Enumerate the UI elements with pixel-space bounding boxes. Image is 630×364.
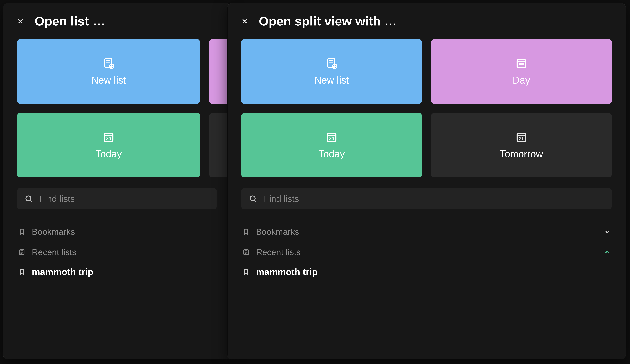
close-button[interactable] — [240, 16, 250, 26]
chevron-up-icon — [604, 249, 611, 256]
tile-label: Day — [513, 74, 530, 86]
new-list-icon — [325, 57, 338, 70]
recent-list-item[interactable]: mammoth trip — [17, 262, 217, 282]
section-label: Recent lists — [256, 247, 300, 257]
tile-label: New list — [91, 74, 126, 86]
svg-point-40 — [250, 196, 255, 201]
search-input[interactable] — [39, 193, 209, 204]
tiles-grid: New list Day 30 Today — [241, 39, 612, 178]
tiles-grid: New list Day 30 Today — [17, 39, 217, 178]
recent-lists-section[interactable]: Recent lists — [241, 242, 612, 262]
list-item-label: mammoth trip — [256, 267, 318, 277]
tile-tomorrow[interactable]: 31 Tomorrow — [431, 113, 612, 178]
svg-point-33 — [522, 63, 524, 64]
search-icon — [249, 194, 257, 203]
tile-label: Today — [96, 148, 122, 160]
recent-list-item[interactable]: mammoth trip — [241, 262, 612, 282]
panel-title: Open list … — [34, 14, 105, 28]
tile-label: Today — [318, 148, 345, 160]
svg-text:30: 30 — [329, 136, 334, 141]
list-item-label: mammoth trip — [32, 267, 93, 277]
bookmarks-section[interactable]: Bookmarks — [17, 221, 217, 242]
calendar-tomorrow-icon: 31 — [515, 131, 528, 144]
search-icon — [24, 194, 33, 203]
bookmark-icon — [18, 228, 26, 236]
section-label: Bookmarks — [32, 227, 75, 237]
close-button[interactable] — [16, 16, 26, 26]
new-list-icon — [102, 57, 115, 70]
svg-point-17 — [26, 196, 31, 201]
close-icon — [17, 18, 24, 24]
bookmarks-section[interactable]: Bookmarks — [241, 221, 612, 242]
bookmark-icon — [18, 268, 26, 276]
svg-point-31 — [519, 63, 520, 64]
list-icon — [18, 248, 26, 256]
svg-text:30: 30 — [106, 136, 111, 141]
svg-point-32 — [521, 63, 522, 64]
search-input[interactable] — [264, 193, 604, 204]
close-icon — [241, 18, 248, 24]
panel-header: Open split view with … — [241, 14, 612, 28]
bookmark-icon — [242, 228, 250, 236]
tile-day[interactable]: Day — [431, 39, 612, 104]
panel-title: Open split view with … — [259, 14, 397, 28]
recent-lists-section[interactable]: Recent lists — [17, 242, 217, 262]
section-label: Recent lists — [32, 247, 76, 257]
svg-text:31: 31 — [519, 136, 524, 141]
tile-new-list[interactable]: New list — [241, 39, 422, 104]
list-icon — [242, 248, 250, 256]
open-list-panel: Open list … New list — [3, 3, 231, 360]
search-field[interactable] — [241, 188, 612, 209]
bookmark-icon — [242, 268, 250, 276]
tile-label: Tomorrow — [500, 148, 543, 160]
tile-label: New list — [314, 74, 349, 86]
svg-line-18 — [30, 200, 32, 202]
calendar-today-icon: 30 — [102, 131, 115, 144]
calendar-icon — [515, 57, 528, 70]
chevron-down-icon — [604, 228, 611, 235]
calendar-today-icon: 30 — [325, 131, 338, 144]
open-split-view-panel: Open split view with … New list — [227, 3, 626, 360]
panel-header: Open list … — [17, 14, 217, 28]
tile-today[interactable]: 30 Today — [241, 113, 422, 178]
tile-new-list[interactable]: New list — [17, 39, 200, 104]
section-label: Bookmarks — [256, 227, 299, 237]
search-field[interactable] — [17, 188, 217, 209]
svg-line-41 — [255, 200, 256, 202]
tile-today[interactable]: 30 Today — [17, 113, 200, 178]
